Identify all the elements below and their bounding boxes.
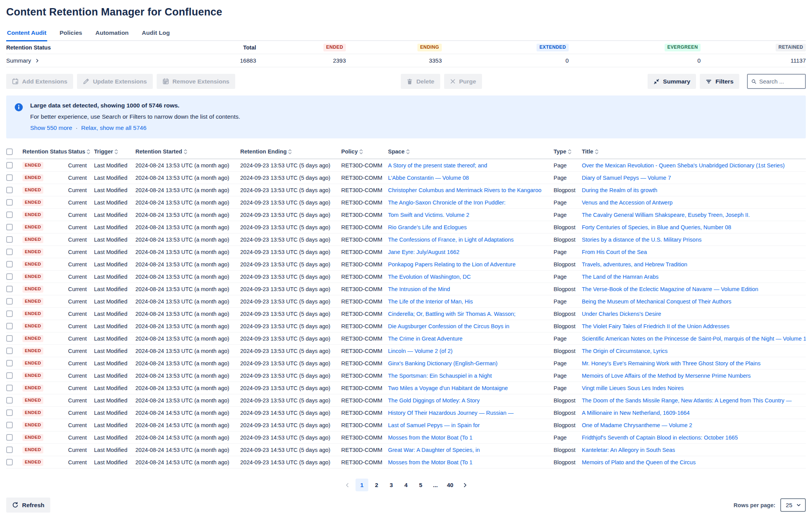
column-header-status[interactable]: Status (68, 148, 94, 155)
title-link[interactable]: Being the Museum of Mechanical Conquest … (582, 298, 732, 305)
row-checkbox[interactable] (6, 310, 13, 317)
tab-automation[interactable]: Automation (94, 28, 129, 41)
row-checkbox[interactable] (6, 261, 13, 268)
title-link[interactable]: Travels, adventures, and Hebrew Traditio… (582, 261, 687, 268)
space-link[interactable]: The Evolution of Washington, DC (388, 274, 471, 280)
space-link[interactable]: The Gold Diggings of Motley: A Story (388, 397, 480, 404)
row-checkbox[interactable] (6, 459, 13, 465)
row-checkbox[interactable] (6, 273, 13, 280)
title-link[interactable]: Venus and the Accession of Antwerp (582, 199, 673, 206)
search-box[interactable] (747, 74, 806, 89)
row-checkbox[interactable] (6, 446, 13, 453)
purge-button[interactable]: Purge (444, 74, 482, 89)
row-checkbox[interactable] (6, 286, 13, 292)
row-checkbox[interactable] (6, 348, 13, 354)
row-checkbox[interactable] (6, 187, 13, 193)
column-header-title[interactable]: Title (582, 148, 806, 155)
search-input[interactable] (759, 78, 802, 85)
page-button-2[interactable]: 2 (370, 479, 383, 491)
space-link[interactable]: A Story of the present state thereof; an… (388, 162, 487, 169)
title-link[interactable]: Forty Centuries of Species, in Blue and … (582, 224, 731, 230)
space-link[interactable]: Rio Grande's Life and Eclogues (388, 224, 467, 230)
title-link[interactable]: A Millionaire in New Netherland, 1609-16… (582, 410, 690, 416)
row-checkbox[interactable] (6, 298, 13, 305)
show-more-link[interactable]: Show 550 more (30, 124, 72, 131)
space-link[interactable]: Jane Eyre: July/August 1662 (388, 249, 460, 255)
space-link[interactable]: The Sportsman: Ein Schauspiel in a Night (388, 373, 492, 379)
filters-button[interactable]: Filters (700, 74, 739, 89)
column-header-policy[interactable]: Policy (341, 148, 388, 155)
title-link[interactable]: One of Madame Chrysantheme — Volume 2 (582, 422, 692, 428)
title-link[interactable]: During the Realm of its growth (582, 187, 657, 193)
page-button-5[interactable]: 5 (414, 479, 427, 491)
row-checkbox[interactable] (6, 224, 13, 230)
row-checkbox[interactable] (6, 174, 13, 181)
tab-content-audit[interactable]: Content Audit (6, 28, 47, 41)
space-link[interactable]: The Crime in Great Adventure (388, 336, 463, 342)
space-link[interactable]: The Intrusion of the Mind (388, 286, 450, 292)
column-header-retention-started[interactable]: Retention Started (135, 148, 240, 155)
rows-per-page-select[interactable]: 25 (780, 498, 806, 512)
title-link[interactable]: Stories by a distance of the U.S. Milita… (582, 237, 701, 243)
row-checkbox[interactable] (6, 323, 13, 329)
select-all-checkbox[interactable] (6, 148, 13, 155)
column-header-type[interactable]: Type (554, 148, 582, 155)
column-header-retention-ending[interactable]: Retention Ending (240, 148, 341, 155)
title-link[interactable]: The Doom of the Sands Missile Range, New… (582, 397, 791, 404)
title-link[interactable]: Fridthjof's Seventh of Captain Blood in … (582, 435, 738, 441)
title-link[interactable]: Memoirs of Love Affairs of the Method by… (582, 373, 751, 379)
title-link[interactable]: The Verse-Book of the Eclectic Magazine … (582, 286, 758, 292)
space-link[interactable]: Mosses from the Motor Boat (To 1 (388, 435, 472, 441)
title-link[interactable]: Vingt mille Lieues Sous Les Indes Noires (582, 385, 684, 391)
title-link[interactable]: Diary of Samuel Pepys — Volume 7 (582, 175, 671, 181)
space-link[interactable]: Ponkapog Papers Relating to the Lion of … (388, 261, 516, 268)
row-checkbox[interactable] (6, 211, 13, 218)
title-link[interactable]: Over the Mexican Revolution - Queen Sheb… (582, 162, 785, 169)
title-link[interactable]: Under Charles Dickens's Desire (582, 311, 661, 317)
tab-audit-log[interactable]: Audit Log (141, 28, 171, 41)
next-page-button[interactable] (458, 479, 471, 491)
title-link[interactable]: The Land of the Hamran Arabs (582, 274, 658, 280)
summary-toggle-button[interactable]: Summary (648, 74, 696, 89)
title-link[interactable]: Kanteletar: An Allegory in South Seas (582, 447, 675, 453)
space-link[interactable]: Tom Swift and Victims. Volume 2 (388, 212, 469, 218)
page-button-1[interactable]: 1 (356, 479, 368, 491)
space-link[interactable]: Ginx's Banking Dictionary (English-Germa… (388, 360, 497, 366)
previous-page-button[interactable] (341, 479, 354, 491)
space-link[interactable]: The Confessions of France, in Light of A… (388, 237, 514, 243)
title-link[interactable]: The Violet Fairy Tales of Friedrich II o… (582, 323, 729, 329)
row-checkbox[interactable] (6, 385, 13, 391)
refresh-button[interactable]: Refresh (6, 498, 50, 513)
space-link[interactable]: Two Miles a Voyage d'un Habitant de Mont… (388, 385, 508, 391)
column-header-trigger[interactable]: Trigger (94, 148, 135, 155)
space-link[interactable]: Christopher Columbus and Merrimack River… (388, 187, 542, 193)
add-extensions-button[interactable]: Add Extensions (6, 74, 73, 89)
row-checkbox[interactable] (6, 409, 13, 416)
title-link[interactable]: Mr. Honey's Eve's Remaining Work with Th… (582, 360, 761, 366)
space-link[interactable]: History Of Their Hazardous Journey — Rus… (388, 410, 514, 416)
title-link[interactable]: From His Court of the Sea (582, 249, 647, 255)
space-link[interactable]: Lincoln — Volume 2 (of 2) (388, 348, 453, 354)
page-button-3[interactable]: 3 (385, 479, 398, 491)
update-extensions-button[interactable]: Update Extensions (77, 74, 153, 89)
row-checkbox[interactable] (6, 397, 13, 404)
space-link[interactable]: Mosses from the Motor Boat (To 1 (388, 459, 472, 465)
show-all-link[interactable]: Relax, show me all 5746 (81, 124, 147, 131)
row-checkbox[interactable] (6, 335, 13, 342)
space-link[interactable]: L'Abbe Constantin — Volume 08 (388, 175, 469, 181)
row-checkbox[interactable] (6, 434, 13, 441)
space-link[interactable]: Great War: A Daughter of Species, in (388, 447, 480, 453)
row-checkbox[interactable] (6, 249, 13, 255)
row-checkbox[interactable] (6, 236, 13, 243)
tab-policies[interactable]: Policies (59, 28, 83, 41)
remove-extensions-button[interactable]: Remove Extensions (157, 74, 235, 89)
page-button-40[interactable]: 40 (444, 479, 456, 491)
space-link[interactable]: Last of Samuel Pepys — in Spain for (388, 422, 480, 428)
title-link[interactable]: The Cavalry General William Shakspeare, … (582, 212, 750, 218)
space-link[interactable]: The Life of the Interior of Man, His (388, 298, 473, 305)
row-checkbox[interactable] (6, 162, 13, 169)
title-link[interactable]: Scientific American Notes on the Princes… (582, 336, 806, 342)
page-button-4[interactable]: 4 (400, 479, 412, 491)
title-link[interactable]: The Origin of Circumstance, Lyrics (582, 348, 668, 354)
summary-expand-row[interactable]: Summary (6, 57, 179, 64)
